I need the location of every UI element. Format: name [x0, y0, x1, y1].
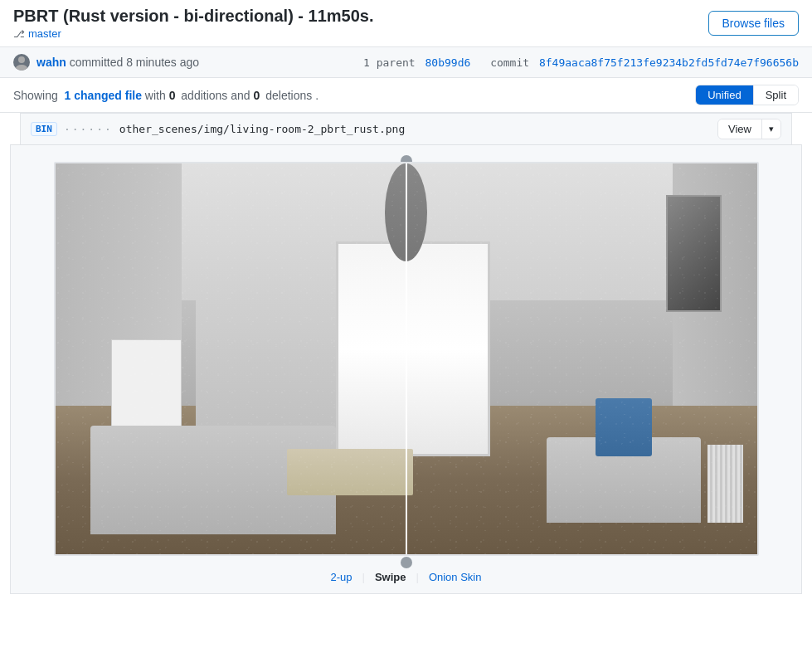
commit-author-name[interactable]: wahn: [36, 56, 66, 69]
view-dropdown-button[interactable]: View: [718, 119, 761, 139]
additions-word: additions: [181, 89, 227, 102]
commit-author: wahn committed 8 minutes ago: [13, 54, 199, 71]
commit-time: 8 minutes ago: [126, 56, 199, 69]
svg-point-1: [16, 65, 27, 71]
header-left: PBRT (Rust version - bi-directional) - 1…: [13, 7, 374, 40]
view-dropdown: View ▾: [717, 119, 781, 139]
swipe-label[interactable]: Swipe: [375, 571, 406, 583]
browse-files-button[interactable]: Browse files: [708, 11, 799, 36]
avatar: [13, 54, 30, 71]
file-dots: ······: [64, 123, 113, 135]
commit-hash[interactable]: 8f49aaca8f75f213fe9234b2fd5fd74e7f96656b: [539, 56, 799, 69]
view-toggle: Unified Split: [695, 85, 799, 105]
image-diff-container: 2-up | Swipe | Onion Skin: [10, 144, 802, 594]
separator-2: |: [416, 571, 419, 583]
drag-handle-bottom[interactable]: [401, 557, 412, 568]
additions-count: 0: [169, 89, 176, 102]
image-wrapper: [11, 155, 801, 563]
view-dropdown-arrow-button[interactable]: ▾: [761, 119, 780, 139]
commit-hashes: 1 parent 80b99d6 commit 8f49aaca8f75f213…: [363, 56, 799, 69]
stats-bar: Showing 1 changed file with 0 additions …: [0, 78, 812, 113]
two-up-link[interactable]: 2-up: [331, 571, 353, 583]
branch-name[interactable]: master: [28, 27, 61, 40]
image-frame: [54, 162, 759, 556]
deletions-count: 0: [254, 89, 260, 102]
branch-icon: ⎇: [13, 28, 25, 40]
unified-view-button[interactable]: Unified: [696, 85, 753, 105]
svg-point-0: [18, 56, 25, 63]
stats-text: Showing 1 changed file with 0 additions …: [13, 89, 318, 102]
commit-meta: wahn committed 8 minutes ago: [36, 56, 199, 69]
deletions-word: deletions: [265, 89, 312, 102]
changed-file-link[interactable]: 1 changed file: [65, 89, 142, 102]
showing-label: Showing: [13, 89, 58, 102]
living-room-image: [54, 162, 759, 556]
file-header: BIN ······ other_scenes/img/living-room-…: [20, 113, 792, 144]
file-path: BIN ······ other_scenes/img/living-room-…: [31, 122, 405, 136]
parent-hash[interactable]: 80b99d6: [425, 56, 471, 69]
page-header: PBRT (Rust version - bi-directional) - 1…: [0, 0, 812, 47]
commit-action: committed: [70, 56, 124, 69]
commit-bar: wahn committed 8 minutes ago 1 parent 80…: [0, 47, 812, 78]
separator-1: |: [362, 571, 365, 583]
file-name: other_scenes/img/living-room-2_pbrt_rust…: [119, 123, 405, 135]
swipe-line[interactable]: [406, 163, 407, 554]
split-view-button[interactable]: Split: [754, 85, 798, 105]
branch-info: ⎇ master: [13, 27, 374, 40]
page-title: PBRT (Rust version - bi-directional) - 1…: [13, 7, 374, 26]
commit-label: commit: [490, 56, 529, 69]
with-label: with: [145, 89, 169, 102]
and-label: and: [231, 89, 253, 102]
period: .: [315, 89, 318, 102]
bin-badge: BIN: [31, 122, 57, 136]
onion-skin-link[interactable]: Onion Skin: [429, 571, 482, 583]
parent-label: 1 parent: [363, 56, 416, 69]
